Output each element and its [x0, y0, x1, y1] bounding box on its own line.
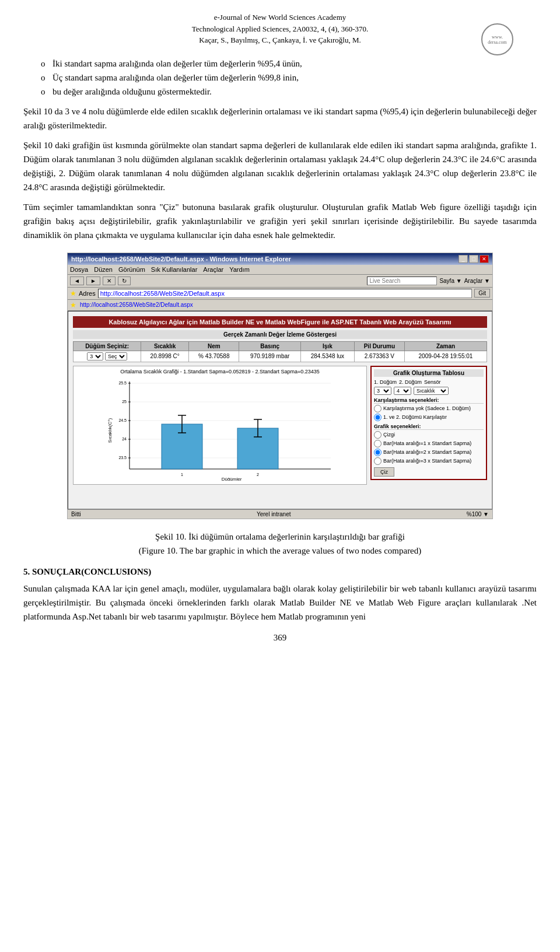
- node-values-row: 3 4 Sıcaklık: [374, 387, 484, 395]
- ciz-button[interactable]: Çiz: [374, 467, 394, 477]
- ie-address-input[interactable]: http://localhost:2658/WebSite2/Default.a…: [98, 289, 472, 298]
- ie-menubar: Dosya Düzen Görünüm Sık Kullanılanlar Ar…: [68, 265, 492, 275]
- compare-option-1: Karşılaştırma yok (Sadece 1. Düğüm): [374, 405, 484, 412]
- ie-forward-btn[interactable]: ►: [86, 276, 100, 285]
- page-subtitle: Gerçek Zamanlı Değer İzleme Göstergesi: [73, 330, 487, 339]
- node2-label: 2. Düğüm: [399, 379, 422, 385]
- ie-search-input[interactable]: [367, 276, 437, 285]
- graph-svg: Sıcaklık(C°) 25.5 25 24.5 24 23.5: [76, 376, 364, 481]
- header-line3: Kaçar, S., Bayılmış, C., Çankaya, İ. ve …: [23, 34, 537, 46]
- graph-opt-4: Bar(Hata aralığı=3 x Standart Sapma): [374, 457, 484, 465]
- node1-select[interactable]: 3: [374, 387, 391, 395]
- cell-node: 3 Seç: [74, 351, 141, 362]
- ie-statusbar: Bitti Yerel intranet %100 ▼: [68, 509, 492, 519]
- ie-menu-gorunum[interactable]: Görünüm: [118, 266, 145, 273]
- graph-radio-2[interactable]: [374, 440, 382, 447]
- ie-back-btn[interactable]: ◄: [70, 276, 84, 285]
- graph-panel: Ortalama Sıcaklık Grafiği - 1.Standart S…: [73, 366, 367, 485]
- col-header-time: Zaman: [405, 341, 487, 351]
- graph-opt-2: Bar(Hata aralığı=1 x Standart Sapma): [374, 440, 484, 447]
- col-header-light: Işık: [301, 341, 355, 351]
- control-box: Grafik Oluşturma Tablosu 1. Düğüm 2. Düğ…: [370, 366, 487, 480]
- ie-fav-star-icon: ★: [70, 301, 76, 309]
- ie-screenshot: http://localhost:2658/WebSite2/Default.a…: [67, 253, 493, 519]
- unit-select[interactable]: Seç: [105, 352, 127, 360]
- ie-menu-dosya[interactable]: Dosya: [70, 266, 88, 273]
- ie-window-controls: _ □ ✕: [459, 255, 489, 263]
- graph-area: Ortalama Sıcaklık Grafiği - 1.Standart S…: [73, 366, 487, 485]
- page-number: 369: [23, 633, 537, 643]
- ie-close-btn[interactable]: ✕: [480, 255, 489, 263]
- cell-humidity: % 43.70588: [189, 351, 239, 362]
- section-5-text: Sunulan çalışmada KAA lar için genel ama…: [23, 582, 537, 624]
- statusbar-left: Bitti: [71, 511, 81, 517]
- ie-go-button[interactable]: Git: [474, 289, 490, 298]
- ie-maximize-btn[interactable]: □: [469, 255, 478, 263]
- statusbar-zone: Yerel intranet: [257, 511, 291, 517]
- cell-time: 2009-04-28 19:55:01: [405, 351, 487, 362]
- svg-text:1: 1: [181, 473, 183, 477]
- graph-opt-1: Çizgi: [374, 431, 484, 439]
- svg-text:Düğümler: Düğümler: [222, 477, 242, 481]
- compare-radio-1[interactable]: [374, 405, 382, 412]
- bullet-item-3: bu değer aralığında olduğunu göstermekte…: [41, 85, 537, 99]
- ie-refresh-btn[interactable]: ↻: [118, 276, 131, 285]
- graph-opt-3: Bar(Hata aralığı=2 x Standart Sapma): [374, 449, 484, 456]
- header-line1: e-Journal of New World Sciences Academy: [23, 12, 537, 23]
- node-select[interactable]: 3: [87, 352, 103, 360]
- header-line2: Technological Applied Sciences, 2A0032, …: [23, 23, 537, 35]
- figure-caption-tr: Şekil 10. İki düğümün ortalama değerleri…: [23, 530, 537, 544]
- ie-araclar-label[interactable]: Araçlar ▼: [464, 278, 490, 284]
- paragraph-1: Şekil 10 da 3 ve 4 nolu düğümlerde elde …: [23, 104, 537, 132]
- col-header-pressure: Basınç: [239, 341, 301, 351]
- ie-minimize-btn[interactable]: _: [459, 255, 468, 263]
- page-header: e-Journal of New World Sciences Academy …: [23, 12, 537, 46]
- compare-radio-2[interactable]: [374, 414, 382, 421]
- figure-caption-en: (Figure 10. The bar graphic in which the…: [23, 544, 537, 558]
- graph-radio-4[interactable]: [374, 457, 382, 465]
- ie-address-label: Adres: [79, 290, 96, 297]
- ie-stop-btn[interactable]: ✕: [103, 276, 116, 285]
- col-header-temp: Sıcaklık: [141, 341, 189, 351]
- figure-caption: Şekil 10. İki düğümün ortalama değerleri…: [23, 530, 537, 558]
- ie-menu-yardim[interactable]: Yardım: [229, 266, 250, 273]
- statusbar-zoom: %100 ▼: [467, 511, 489, 517]
- ie-fav-url[interactable]: http://localhost:2658/WebSite2/Default.a…: [80, 302, 193, 308]
- svg-text:2: 2: [257, 473, 259, 477]
- table-row: 3 Seç 20.8998 C° % 43.70588 970.9189 mba…: [74, 351, 487, 362]
- compare-section-label: Karşılaştırma seçenekleri:: [374, 397, 484, 404]
- svg-text:25.5: 25.5: [118, 381, 127, 385]
- ie-titlebar: http://localhost:2658/WebSite2/Default.a…: [68, 253, 492, 265]
- control-title: Grafik Oluşturma Tablosu: [374, 369, 484, 377]
- ie-favbar: ★ http://localhost:2658/WebSite2/Default…: [68, 300, 492, 311]
- col-header-humidity: Nem: [189, 341, 239, 351]
- graph-radio-1[interactable]: [374, 431, 382, 439]
- node2-select[interactable]: 4: [394, 387, 411, 395]
- ie-menu-duzen[interactable]: Düzen: [94, 266, 113, 273]
- graph-label: Ortalama Sıcaklık Grafiği - 1.Standart S…: [76, 369, 364, 374]
- svg-text:25: 25: [122, 400, 127, 404]
- section-5-heading: 5. SONUÇLAR(CONCLUSIONS): [23, 567, 537, 577]
- page-main-title: Kablosuz Algılayıcı Ağlar için Matlab Bu…: [73, 316, 487, 328]
- graph-controls: Grafik Oluşturma Tablosu 1. Düğüm 2. Düğ…: [370, 366, 487, 485]
- sensor-data-table: Düğüm Seçiniz: Sıcaklık Nem Basınç Işık …: [73, 341, 487, 362]
- ie-menu-sik[interactable]: Sık Kullanılanlar: [151, 266, 198, 273]
- cell-pressure: 970.9189 mbar: [239, 351, 301, 362]
- node-row: 1. Düğüm 2. Düğüm Sensör: [374, 379, 484, 385]
- svg-text:23.5: 23.5: [118, 456, 127, 460]
- ie-menu-araclar[interactable]: Araçlar: [203, 266, 223, 273]
- cell-temp: 20.8998 C°: [141, 351, 189, 362]
- graph-radio-3[interactable]: [374, 449, 382, 456]
- paragraph-2: Şekil 10 daki grafiğin üst kısmında görü…: [23, 138, 537, 194]
- bullet-list: İki standart sapma aralığında olan değer…: [41, 57, 537, 99]
- ie-sayfa-label[interactable]: Sayfa ▼: [439, 278, 461, 284]
- col-header-battery: Pil Durumu: [354, 341, 404, 351]
- sensor-label: Sensör: [424, 379, 441, 385]
- col-header-node: Düğüm Seçiniz:: [74, 341, 141, 351]
- cell-battery: 2.673363 V: [354, 351, 404, 362]
- svg-text:24: 24: [122, 437, 127, 441]
- graph-options-label: Grafik seçenekleri:: [374, 424, 484, 430]
- sensor-select[interactable]: Sıcaklık: [414, 387, 449, 395]
- cell-light: 284.5348 lux: [301, 351, 355, 362]
- ie-page-content: Kablosuz Algılayıcı Ağlar için Matlab Bu…: [68, 311, 492, 509]
